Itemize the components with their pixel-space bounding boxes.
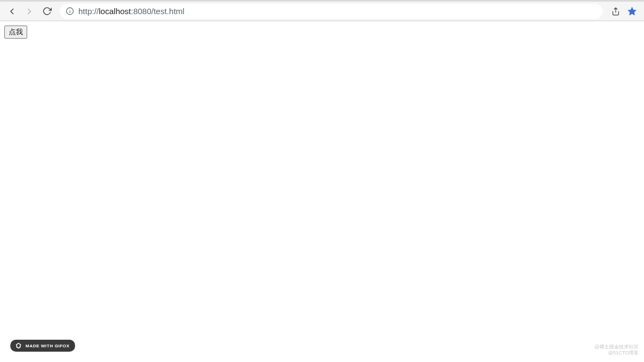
share-button[interactable] xyxy=(608,4,623,19)
page-viewport: 点我 xyxy=(0,21,644,43)
site-info-button[interactable] xyxy=(65,7,74,16)
reload-icon xyxy=(42,7,52,16)
info-icon xyxy=(66,7,74,15)
bookmark-button[interactable] xyxy=(624,4,640,19)
url-text: http://localhost:8080/test.html xyxy=(78,7,184,16)
share-icon xyxy=(611,7,620,16)
browser-toolbar: http://localhost:8080/test.html xyxy=(0,0,644,21)
click-me-button[interactable]: 点我 xyxy=(4,26,27,39)
svg-marker-4 xyxy=(628,7,636,15)
gifox-badge[interactable]: MADE WITH GIFOX xyxy=(10,340,75,352)
gifox-badge-label: MADE WITH GIFOX xyxy=(26,344,70,348)
watermark-line2: @51CTO博客 xyxy=(595,350,639,357)
forward-icon xyxy=(24,7,34,16)
gifox-fox-icon xyxy=(15,342,22,349)
back-button[interactable] xyxy=(4,4,20,19)
toolbar-right xyxy=(608,4,640,19)
reload-button[interactable] xyxy=(39,4,54,19)
watermark: @稀土掘金技术社区 @51CTO博客 xyxy=(595,344,639,357)
bookmark-star-icon xyxy=(627,7,637,16)
watermark-line1: @稀土掘金技术社区 xyxy=(595,344,639,351)
address-bar[interactable]: http://localhost:8080/test.html xyxy=(60,4,603,19)
back-icon xyxy=(7,7,17,16)
forward-button[interactable] xyxy=(22,4,37,19)
